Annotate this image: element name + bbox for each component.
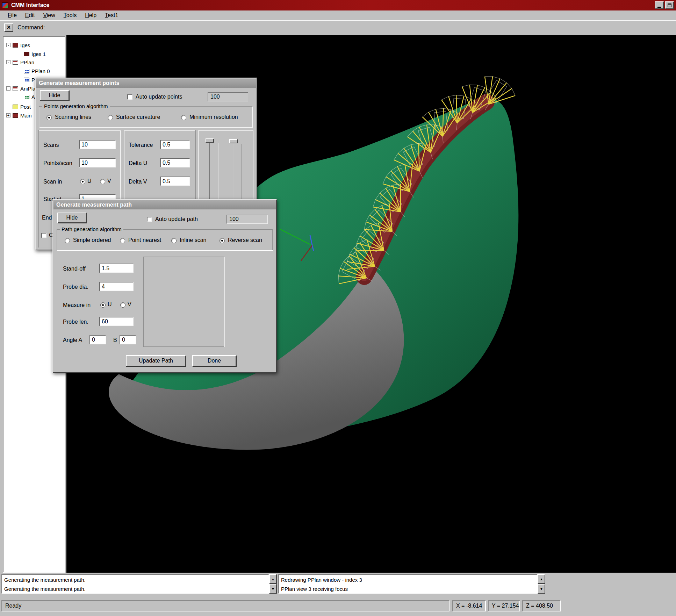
clear-checkbox[interactable] [41, 233, 46, 238]
radio-surface-curvature[interactable] [108, 115, 113, 120]
hide-button[interactable]: Hide [57, 213, 87, 223]
angle-a-input[interactable] [89, 335, 106, 344]
delta-v-input[interactable] [160, 177, 190, 186]
status-log-left: Generating the measurement path. Generat… [1, 574, 269, 594]
scan-in-u-radio[interactable] [80, 179, 85, 184]
tree-item-pplan-0[interactable]: PPlan 0 [3, 67, 50, 75]
status-x-coordinate: X = -8.614 [452, 600, 486, 611]
angle-b-label: B [113, 337, 117, 343]
radio-minimum-resolution[interactable] [181, 115, 186, 120]
slider-a-track[interactable] [209, 143, 210, 206]
tree-item-label: Iges 1 [31, 51, 46, 57]
tree-item-label: PPlan 0 [31, 68, 50, 74]
grid-icon [24, 69, 29, 73]
maximize-button[interactable] [665, 1, 674, 9]
radio-scanning-lines[interactable] [46, 115, 52, 120]
scan-in-v-radio[interactable] [100, 179, 105, 184]
slider-a-thumb[interactable] [206, 138, 214, 143]
radio-simple-ordered-label: Simple ordered [73, 237, 111, 243]
iges-doc-icon [24, 52, 29, 56]
delta-v-label: Delta V [129, 179, 147, 185]
tree-item-label: Post [20, 104, 31, 110]
window-titlebar[interactable]: CMM Interface [0, 0, 676, 10]
delta-u-input[interactable] [160, 158, 190, 167]
radio-scanning-lines-label: Scanning lines [55, 114, 91, 120]
radio-inline-scan-label: Inline scan [180, 237, 207, 243]
menu-file[interactable]: File [3, 12, 21, 19]
status-log-line: PPlan view 3 receiving focus [281, 585, 537, 594]
status-log-line: Generating the measurement path. [4, 575, 268, 585]
path-progress-value: 100 [226, 215, 268, 224]
dialog-title[interactable]: Generate measurement path [53, 200, 276, 209]
expander-icon[interactable]: + [6, 113, 10, 117]
update-path-button[interactable]: Upadate Path [126, 355, 186, 366]
tree-item-iges[interactable]: - Iges [3, 41, 30, 49]
scroll-down-button[interactable]: ▼ [269, 584, 277, 594]
minimize-button[interactable] [655, 1, 664, 9]
tree-item-label: Main [20, 113, 32, 119]
grid-icon [24, 78, 29, 82]
angle-b-input[interactable] [120, 335, 136, 344]
scan-in-label: Scan in [43, 179, 62, 185]
menu-edit[interactable]: Edit [21, 12, 39, 19]
radio-simple-ordered[interactable] [65, 238, 70, 243]
menu-tools[interactable]: Tools [59, 12, 81, 19]
points-scan-input[interactable] [79, 158, 116, 167]
menu-view[interactable]: View [39, 12, 59, 19]
slider-b-thumb[interactable] [229, 139, 238, 143]
stand-off-input[interactable] [99, 264, 134, 273]
measure-in-v-radio[interactable] [120, 302, 125, 308]
tree-item-label: PPlan [20, 59, 34, 65]
menu-test1[interactable]: Test1 [101, 12, 122, 19]
radio-reverse-scan[interactable] [220, 238, 225, 243]
status-log-line: Redrawing PPlan window - index 3 [281, 575, 537, 585]
scroll-up-button[interactable]: ▲ [269, 574, 277, 584]
auto-update-path-checkbox[interactable] [147, 217, 152, 222]
scroll-up-button[interactable]: ▲ [538, 574, 545, 584]
menu-help[interactable]: Help [81, 12, 101, 19]
maximize-icon [668, 3, 671, 7]
slider-a-ticks [218, 143, 218, 206]
tree-item-main[interactable]: + Main [3, 112, 32, 119]
hide-button[interactable]: Hide [40, 90, 69, 101]
delta-u-label: Delta U [129, 160, 147, 166]
tree-item-iges-1[interactable]: Iges 1 [3, 50, 46, 58]
status-log-line: Generating the measurement path. [4, 585, 268, 594]
points-scan-label: Points/scan [43, 160, 72, 166]
tolerance-input[interactable] [160, 140, 190, 149]
close-icon: × [7, 24, 11, 31]
probe-dia-label: Probe dia. [63, 284, 88, 290]
auto-update-points-checkbox[interactable] [127, 94, 132, 100]
radio-point-nearest[interactable] [120, 238, 125, 243]
slider-b-track[interactable] [233, 144, 234, 207]
tree-item-aniplan[interactable]: - AniPlan [3, 85, 38, 92]
probe-len-label: Probe len. [63, 319, 88, 325]
done-button[interactable]: Done [192, 355, 236, 366]
probe-len-input[interactable] [99, 317, 134, 326]
tree-item-pplan[interactable]: - PPlan [3, 58, 34, 66]
expander-icon[interactable]: - [6, 60, 10, 64]
close-command-button[interactable]: × [4, 23, 13, 32]
points-algorithm-group-label: Points generation algorithm [42, 103, 110, 109]
auto-update-points-label: Auto update points [136, 94, 182, 100]
iges-icon [13, 43, 18, 48]
status-ready: Ready [1, 600, 450, 611]
command-toolbar: × Command: [0, 20, 676, 34]
status-y-coordinate: Y = 27.154 [488, 600, 520, 611]
menubar: File Edit View Tools Help Test1 [0, 10, 676, 20]
points-progress-value: 100 [208, 92, 248, 101]
expander-icon[interactable]: - [6, 86, 10, 91]
scroll-down-button[interactable]: ▼ [538, 584, 545, 594]
scans-input[interactable] [79, 140, 116, 149]
measure-in-v-label: V [128, 301, 131, 308]
expander-icon[interactable]: - [6, 43, 10, 47]
radio-minimum-resolution-label: Minimum resolution [189, 114, 238, 120]
measure-in-label: Measure in [63, 302, 91, 308]
probe-dia-input[interactable] [99, 282, 134, 291]
radio-inline-scan[interactable] [171, 238, 177, 243]
dialog-title[interactable]: Generate measurement points [36, 79, 256, 88]
statusbar: Ready X = -8.614 Y = 27.154 Z = 408.50 [0, 596, 676, 616]
tree-item-post[interactable]: Post [3, 103, 31, 110]
measure-in-u-radio[interactable] [100, 302, 106, 308]
command-label: Command: [17, 24, 45, 31]
